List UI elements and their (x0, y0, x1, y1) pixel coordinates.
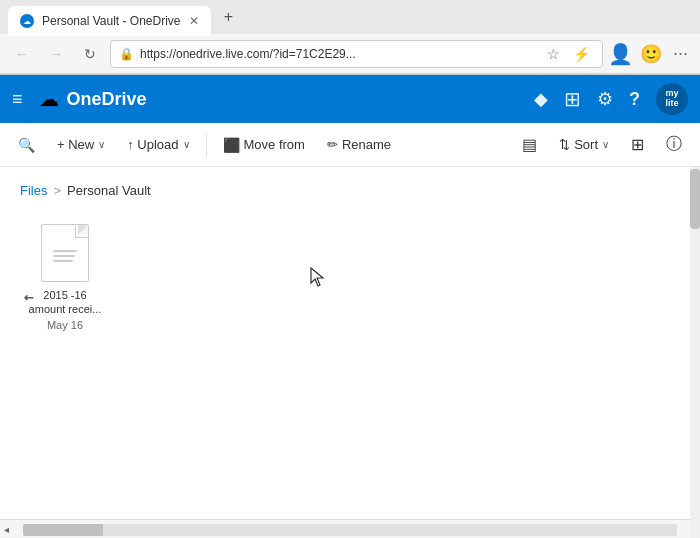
tab-title: Personal Vault - OneDrive (42, 14, 181, 28)
rename-icon: ✏ (327, 137, 338, 152)
hamburger-menu-button[interactable]: ≡ (12, 89, 23, 110)
forward-icon: → (49, 46, 63, 62)
onedrive-header: ≡ OneDrive ◆ ⊞ ⚙ ? mylite (0, 75, 700, 123)
horizontal-scrollbar[interactable] (23, 524, 677, 536)
new-label: + New (57, 137, 94, 152)
refresh-icon: ↻ (84, 46, 96, 62)
avatar-text: mylite (665, 89, 678, 109)
file-item-wrapper: 2015 -16 amount recei... May 16 ↗ (20, 216, 110, 339)
sort-label: Sort (574, 137, 598, 152)
compact-view-icon: ▤ (522, 135, 537, 154)
main-content: Files > Personal Vault 2015 -16 a (0, 167, 700, 519)
horizontal-scrollbar-thumb (23, 524, 103, 536)
lock-icon: 🔒 (119, 47, 134, 61)
tab-close-button[interactable]: ✕ (189, 14, 199, 28)
grid-view-button[interactable]: ⊞ (621, 129, 654, 160)
rename-label: Rename (342, 137, 391, 152)
upload-chevron: ∨ (183, 139, 190, 150)
file-name: 2015 -16 amount recei... (28, 288, 102, 317)
browser-menu-button[interactable]: ··· (669, 43, 692, 64)
url-text: https://onedrive.live.com/?id=71C2E29... (140, 47, 536, 61)
toolbar-separator-1 (206, 133, 207, 157)
onedrive-logo: OneDrive (39, 87, 147, 111)
back-button[interactable]: ← (8, 40, 36, 68)
onedrive-toolbar: 🔍 + New ∨ ↑ Upload ∨ ⬛ Move from ✏ Renam… (0, 123, 700, 167)
scroll-left-button[interactable]: ◂ (0, 524, 13, 535)
settings-icon[interactable]: ⚙ (597, 88, 613, 110)
diamond-icon[interactable]: ◆ (534, 88, 548, 110)
extensions-icon[interactable]: ⚡ (570, 42, 594, 66)
url-input[interactable]: 🔒 https://onedrive.live.com/?id=71C2E29.… (110, 40, 603, 68)
grid-view-icon: ⊞ (631, 135, 644, 154)
file-lines (45, 236, 85, 270)
breadcrumb-current: Personal Vault (67, 183, 151, 198)
files-area: 2015 -16 amount recei... May 16 ↗ (0, 206, 700, 519)
forward-button[interactable]: → (42, 40, 70, 68)
sort-chevron: ∨ (602, 139, 609, 150)
new-button[interactable]: + New ∨ (47, 131, 115, 158)
breadcrumb-separator: > (53, 183, 61, 198)
address-bar: ← → ↻ 🔒 https://onedrive.live.com/?id=71… (0, 34, 700, 74)
file-icon (41, 224, 89, 282)
info-button[interactable]: ⓘ (656, 128, 692, 161)
favorites-icon[interactable]: ☆ (542, 42, 566, 66)
onedrive-logo-text: OneDrive (67, 89, 147, 110)
file-line-3 (53, 260, 73, 262)
breadcrumb: Files > Personal Vault (0, 167, 700, 206)
file-line-1 (53, 250, 77, 252)
back-icon: ← (15, 46, 29, 62)
list-item[interactable]: 2015 -16 amount recei... May 16 (20, 216, 110, 339)
tab-favicon (20, 14, 34, 28)
emoji-icon[interactable]: 🙂 (639, 42, 663, 66)
move-from-icon: ⬛ (223, 137, 240, 153)
sort-button[interactable]: ⇅ Sort ∨ (549, 131, 619, 158)
file-fold (78, 225, 88, 235)
apps-grid-icon[interactable]: ⊞ (564, 87, 581, 111)
header-right: ◆ ⊞ ⚙ ? mylite (534, 83, 688, 115)
new-chevron: ∨ (98, 139, 105, 150)
help-icon[interactable]: ? (629, 89, 640, 110)
user-avatar[interactable]: mylite (656, 83, 688, 115)
info-icon: ⓘ (666, 134, 682, 155)
active-tab[interactable]: Personal Vault - OneDrive ✕ (8, 6, 211, 36)
move-from-label: Move from (244, 137, 305, 152)
toolbar-right: ▤ ⇅ Sort ∨ ⊞ ⓘ (512, 128, 692, 161)
file-date: May 16 (47, 319, 83, 331)
bottom-bar: ◂ ▸ (0, 519, 700, 538)
tab-bar: Personal Vault - OneDrive ✕ + (0, 0, 700, 34)
compact-view-button[interactable]: ▤ (512, 129, 547, 160)
vertical-scrollbar[interactable] (690, 167, 700, 538)
search-icon: 🔍 (18, 137, 35, 153)
breadcrumb-parent[interactable]: Files (20, 183, 47, 198)
refresh-button[interactable]: ↻ (76, 40, 104, 68)
upload-label: ↑ Upload (127, 137, 178, 152)
search-button[interactable]: 🔍 (8, 131, 45, 159)
vertical-scrollbar-thumb (690, 169, 700, 229)
profile-icon[interactable]: 👤 (609, 42, 633, 66)
new-tab-button[interactable]: + (215, 3, 243, 31)
sort-icon: ⇅ (559, 137, 570, 152)
rename-button[interactable]: ✏ Rename (317, 131, 401, 158)
move-from-button[interactable]: ⬛ Move from (213, 131, 315, 159)
upload-button[interactable]: ↑ Upload ∨ (117, 131, 199, 158)
file-line-2 (53, 255, 75, 257)
